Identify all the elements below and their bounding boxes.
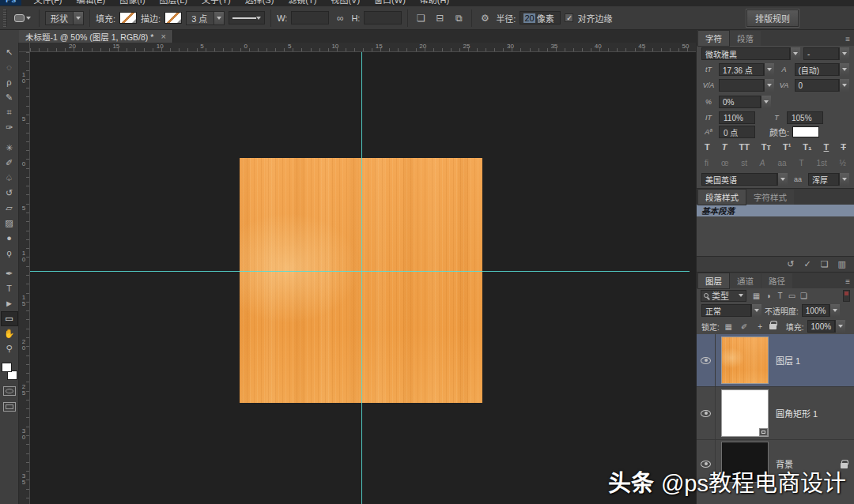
vertical-guide[interactable] xyxy=(361,52,362,504)
opacity-dropdown[interactable]: 100% xyxy=(802,304,840,317)
tab-channels[interactable]: 通道 xyxy=(730,273,761,288)
menu-item[interactable]: 文字(Y) xyxy=(195,0,238,6)
stylistic-alternates-icon[interactable]: aa xyxy=(777,159,786,167)
clone-stamp-tool[interactable]: ♤ xyxy=(1,171,18,186)
fractions-icon[interactable]: ½ xyxy=(840,159,846,167)
history-brush-tool[interactable]: ↺ xyxy=(1,186,18,201)
layer-thumbnail[interactable] xyxy=(721,389,769,437)
foreground-color-swatch[interactable] xyxy=(2,363,12,372)
text-color-swatch[interactable] xyxy=(792,126,819,137)
tsume-dropdown[interactable]: 0% xyxy=(719,96,771,108)
stroke-style-dropdown[interactable] xyxy=(229,11,265,24)
discretionary-ligatures-icon[interactable]: st xyxy=(741,159,747,167)
horizontal-guide[interactable] xyxy=(30,271,690,272)
close-icon[interactable]: × xyxy=(161,32,165,41)
path-operations-icon[interactable]: ❏ xyxy=(414,13,428,24)
tab-paragraph[interactable]: 段落 xyxy=(730,31,761,46)
gradient-tool[interactable]: ▨ xyxy=(1,216,18,231)
align-edges-checkbox[interactable]: ✓ xyxy=(565,13,573,22)
tab-character[interactable]: 字符 xyxy=(698,31,729,46)
spot-healing-tool[interactable]: ✳ xyxy=(1,141,18,156)
vertical-scale-input[interactable]: 110% xyxy=(719,111,755,124)
layer-row-wood[interactable]: 图层 1 xyxy=(697,334,854,387)
hand-tool[interactable]: ✋ xyxy=(1,326,18,341)
typesetting-rules-button[interactable]: 排版规则 xyxy=(746,9,799,27)
gear-icon[interactable]: ⚙ xyxy=(478,13,492,24)
filter-smart-object-icon[interactable]: ❏ xyxy=(798,291,810,300)
path-selection-tool[interactable]: ► xyxy=(1,296,18,311)
fill-opacity-dropdown[interactable]: 100% xyxy=(807,320,845,333)
strikethrough-icon[interactable]: T xyxy=(841,142,846,152)
ruler-corner[interactable] xyxy=(19,43,30,52)
menu-item[interactable]: 图像(I) xyxy=(112,0,152,6)
rounded-rectangle-tool[interactable]: ▭ xyxy=(1,311,18,326)
menu-item[interactable]: 文件(F) xyxy=(26,0,69,6)
pen-tool[interactable]: ✒ xyxy=(1,266,18,281)
blend-mode-dropdown[interactable]: 正常 xyxy=(701,304,761,317)
canvas-area[interactable]: 201510505101520253035404550 105051015202… xyxy=(19,43,696,504)
filter-shape-icon[interactable]: ▭ xyxy=(786,291,798,300)
layer-name[interactable]: 图层 1 xyxy=(776,354,800,367)
filter-toggle[interactable] xyxy=(843,290,850,302)
tab-paths[interactable]: 路径 xyxy=(761,273,792,288)
font-family-dropdown[interactable]: 微软雅黑 xyxy=(701,47,800,60)
menu-item[interactable]: 滤镜(T) xyxy=(281,0,323,6)
layer-thumbnail[interactable] xyxy=(721,337,769,384)
menu-item[interactable]: 窗口(W) xyxy=(367,0,413,6)
tab-paragraph-styles[interactable]: 段落样式 xyxy=(698,190,746,205)
crop-tool[interactable]: ⌗ xyxy=(1,105,18,120)
lasso-tool[interactable]: ρ xyxy=(1,75,18,90)
horizontal-ruler[interactable]: 201510505101520253035404550 xyxy=(30,43,696,52)
ligatures-icon[interactable]: fi xyxy=(705,159,709,167)
eraser-tool[interactable]: ▱ xyxy=(1,201,18,216)
tab-character-styles[interactable]: 字符样式 xyxy=(746,190,794,205)
stroke-width-dropdown[interactable]: 3 点 xyxy=(186,11,225,25)
antialias-dropdown[interactable]: 浑厚 xyxy=(808,173,849,186)
delete-icon[interactable]: ▥ xyxy=(838,259,846,269)
language-dropdown[interactable]: 美国英语 xyxy=(701,173,788,186)
lock-all-icon[interactable] xyxy=(769,324,777,329)
basic-paragraph-item[interactable]: 基本段落 xyxy=(697,205,854,216)
layer-row-rounded-rect[interactable]: 圆角矩形 1 xyxy=(697,387,854,440)
kerning-dropdown[interactable] xyxy=(719,79,774,92)
panel-menu-icon[interactable]: ≡ xyxy=(845,35,850,43)
all-caps-icon[interactable]: TT xyxy=(739,142,749,152)
baseline-shift-input[interactable]: 0 点 xyxy=(719,126,755,138)
subscript-icon[interactable]: T₁ xyxy=(803,142,811,152)
font-size-dropdown[interactable]: 17.36 点 xyxy=(719,63,774,76)
swash-icon[interactable]: A xyxy=(760,159,765,167)
panel-menu-icon[interactable]: ≡ xyxy=(845,277,850,286)
font-style-dropdown[interactable]: - xyxy=(803,47,849,60)
new-style-icon[interactable]: ❏ xyxy=(821,259,829,269)
quick-selection-tool[interactable]: ✎ xyxy=(1,90,18,105)
blur-tool[interactable]: ● xyxy=(1,231,18,246)
leading-dropdown[interactable]: (自动) xyxy=(795,63,850,76)
path-arrange-icon[interactable]: ⧉ xyxy=(452,13,466,24)
menu-item[interactable]: 帮助(H) xyxy=(413,0,456,6)
filter-adjustment-icon[interactable]: ◑ xyxy=(762,291,774,300)
marquee-tool[interactable]: ◌ xyxy=(1,60,18,75)
visibility-eye-icon[interactable] xyxy=(701,410,711,417)
lock-paint-icon[interactable]: ✐ xyxy=(739,322,750,331)
lock-transparent-icon[interactable]: ▦ xyxy=(723,322,735,331)
path-align-icon[interactable]: ⊟ xyxy=(433,13,447,24)
visibility-eye-icon[interactable] xyxy=(701,357,711,364)
tool-preset-picker[interactable] xyxy=(13,11,33,25)
fill-swatch[interactable] xyxy=(119,12,137,24)
small-caps-icon[interactable]: Tᴛ xyxy=(761,142,771,152)
menu-item[interactable]: 编辑(E) xyxy=(70,0,113,6)
shape-mode-dropdown[interactable]: 形状 xyxy=(45,11,84,25)
tab-layers[interactable]: 图层 xyxy=(698,273,729,288)
superscript-icon[interactable]: T¹ xyxy=(783,142,791,152)
eyedropper-tool[interactable]: ✑ xyxy=(1,120,18,135)
ordinals-icon[interactable]: 1st xyxy=(816,159,826,167)
screen-mode-icon[interactable] xyxy=(3,402,16,412)
layer-filter-type-dropdown[interactable]: 类型 xyxy=(701,290,746,302)
quick-mask-icon[interactable] xyxy=(3,386,16,396)
commit-icon[interactable]: ✓ xyxy=(804,259,811,269)
tracking-dropdown[interactable]: 0 xyxy=(795,79,850,92)
vertical-ruler[interactable]: 10505101520253035 xyxy=(19,52,30,504)
link-dimensions-icon[interactable]: ∞ xyxy=(333,13,347,24)
menu-item[interactable]: 图层(L) xyxy=(153,0,195,6)
width-input[interactable] xyxy=(291,11,329,24)
